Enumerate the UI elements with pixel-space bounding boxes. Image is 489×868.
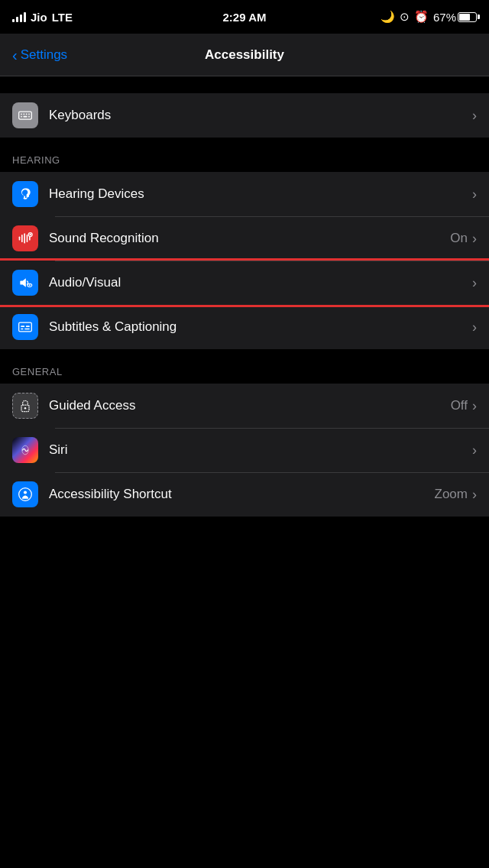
sound-recognition-chevron-icon: › [472, 231, 477, 247]
hearing-devices-item[interactable]: Hearing Devices › [0, 172, 489, 216]
hearing-group: Hearing Devices › Sound R [0, 172, 489, 349]
svg-rect-21 [24, 329, 30, 330]
svg-rect-0 [19, 112, 32, 119]
audio-visual-right: › [472, 275, 477, 291]
guided-access-value: Off [451, 398, 468, 413]
sound-recognition-right: On › [450, 231, 477, 247]
siri-svg [18, 442, 33, 458]
sound-recognition-content: Sound Recognition On › [49, 231, 477, 247]
guided-access-item[interactable]: Guided Access Off › [0, 384, 489, 428]
siri-chevron-icon: › [472, 442, 477, 458]
svg-point-26 [24, 491, 27, 494]
guided-access-chevron-icon: › [472, 398, 477, 414]
back-button[interactable]: ‹ Settings [12, 47, 67, 63]
audio-visual-item[interactable]: Audio/Visual › [0, 261, 489, 305]
hearing-devices-chevron-icon: › [472, 186, 477, 202]
siri-content: Siri › [49, 442, 477, 458]
carrier-label: Jio [31, 11, 47, 24]
subtitles-label: Subtitles & Captioning [49, 319, 176, 335]
status-right: 🌙 ⊙ ⏰ 67% [381, 10, 477, 24]
accessibility-shortcut-right: Zoom › [435, 487, 477, 503]
speaker-eye-svg [18, 275, 33, 290]
subtitles-right: › [472, 319, 477, 335]
nav-header: ‹ Settings Accessibility [0, 34, 489, 76]
siri-right: › [472, 442, 477, 458]
caption-svg [18, 319, 33, 335]
hearing-devices-icon [12, 181, 38, 207]
accessibility-shortcut-chevron-icon: › [472, 487, 477, 503]
guided-access-right: Off › [451, 398, 477, 414]
svg-rect-10 [24, 233, 25, 243]
moon-icon: 🌙 [381, 10, 395, 24]
svg-rect-8 [19, 237, 21, 241]
keyboard-svg [18, 108, 33, 123]
bottom-spacer [0, 517, 489, 562]
svg-rect-1 [21, 114, 22, 115]
back-label: Settings [21, 47, 67, 63]
svg-rect-11 [27, 235, 28, 242]
time-label: 2:29 AM [223, 11, 267, 24]
svg-rect-4 [28, 114, 30, 115]
subtitles-chevron-icon: › [472, 319, 477, 335]
svg-rect-18 [21, 326, 24, 327]
guided-access-label: Guided Access [49, 398, 135, 413]
network-type-label: LTE [52, 11, 73, 24]
alarm-icon: ⏰ [414, 10, 429, 24]
svg-rect-5 [21, 116, 22, 118]
audio-visual-content: Audio/Visual › [49, 275, 477, 291]
audio-visual-label: Audio/Visual [49, 275, 121, 290]
subtitles-captioning-item[interactable]: Subtitles & Captioning › [0, 305, 489, 349]
battery-percent: 67% [433, 11, 456, 24]
accessibility-shortcut-value: Zoom [435, 487, 468, 502]
keyboards-group: Keyboards › [0, 93, 489, 138]
sound-recognition-icon [12, 225, 38, 251]
svg-point-16 [29, 284, 31, 286]
hearing-devices-label: Hearing Devices [49, 186, 144, 202]
hearing-section: HEARING Hearing Devices › [0, 138, 489, 349]
general-section: GENERAL Guided Access Off › [0, 349, 489, 517]
person-circle-svg [18, 487, 33, 502]
accessibility-shortcut-content: Accessibility Shortcut Zoom › [49, 487, 477, 503]
keyboards-label: Keyboards [49, 108, 111, 123]
accessibility-shortcut-item[interactable]: Accessibility Shortcut Zoom › [0, 472, 489, 517]
siri-label: Siri [49, 442, 68, 458]
top-spacer [0, 76, 489, 93]
keyboards-content: Keyboards › [49, 108, 477, 124]
battery-fill [459, 14, 470, 21]
svg-rect-19 [26, 326, 30, 327]
sound-recognition-item[interactable]: Sound Recognition On › [0, 216, 489, 261]
keyboards-icon [12, 102, 38, 128]
hearing-section-header: HEARING [0, 138, 489, 172]
keyboards-right: › [472, 108, 477, 124]
hearing-devices-content: Hearing Devices › [49, 186, 477, 202]
audio-visual-icon [12, 270, 38, 296]
sound-recognition-value: On [450, 231, 468, 246]
subtitles-icon [12, 314, 38, 340]
audio-visual-chevron-icon: › [472, 275, 477, 291]
general-section-header: GENERAL [0, 349, 489, 384]
battery-indicator: 67% [433, 11, 477, 24]
hearing-devices-right: › [472, 186, 477, 202]
svg-rect-7 [28, 116, 30, 118]
status-bar: Jio LTE 2:29 AM 🌙 ⊙ ⏰ 67% [0, 0, 489, 34]
svg-rect-20 [21, 329, 23, 330]
ear-svg [18, 186, 33, 202]
page-title: Accessibility [205, 47, 284, 63]
battery-icon [458, 12, 477, 22]
guided-access-content: Guided Access Off › [49, 398, 477, 414]
svg-rect-6 [24, 116, 28, 118]
siri-item[interactable]: Siri › [0, 428, 489, 472]
svg-rect-17 [19, 322, 32, 332]
waveform-svg [18, 231, 33, 246]
accessibility-shortcut-label: Accessibility Shortcut [49, 487, 172, 502]
keyboards-item[interactable]: Keyboards › [0, 93, 489, 138]
signal-icon [12, 11, 26, 22]
back-chevron-icon: ‹ [12, 47, 18, 63]
keyboards-chevron-icon: › [472, 108, 477, 124]
sound-recognition-label: Sound Recognition [49, 231, 159, 246]
svg-point-23 [24, 407, 27, 410]
svg-rect-12 [29, 237, 31, 241]
siri-icon [12, 437, 38, 463]
general-group: Guided Access Off › Siri › [0, 384, 489, 517]
subtitles-content: Subtitles & Captioning › [49, 319, 477, 335]
